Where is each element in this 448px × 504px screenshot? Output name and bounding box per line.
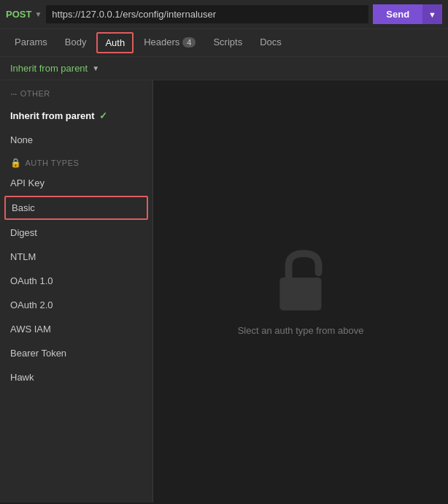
aws-iam-label: AWS IAM [10,324,51,335]
tab-auth[interactable]: Auth [96,32,134,53]
auth-header-chevron-icon: ▼ [92,64,99,72]
other-label: OTHER [20,89,50,98]
basic-label: Basic [12,202,35,213]
send-chevron-button[interactable]: ▼ [422,4,442,24]
method-label: POST [6,9,31,20]
tab-headers[interactable]: Headers4 [135,30,204,56]
sidebar-item-basic[interactable]: Basic [4,196,148,220]
sidebar-item-oauth2[interactable]: OAuth 2.0 [0,293,152,317]
send-btn-group: Send ▼ [373,4,442,24]
check-icon: ✓ [99,110,107,121]
hawk-label: Hawk [10,372,34,383]
bearer-label: Bearer Token [10,348,66,359]
tab-scripts[interactable]: Scripts [204,30,251,56]
top-bar: POST ▼ Send ▼ [0,0,448,29]
sidebar-item-api-key[interactable]: API Key [0,171,152,195]
select-auth-text: S [238,325,244,336]
lock-icon: 🔒 [10,158,22,168]
oauth1-label: OAuth 1.0 [10,275,53,286]
auth-types-label: 🔒 AUTH TYPES [0,152,152,171]
tab-body[interactable]: Body [56,30,96,56]
svg-rect-0 [279,277,321,310]
right-panel-text: Slect an auth type from above [238,325,364,336]
other-section-label: ··· OTHER [0,80,152,104]
url-input[interactable] [46,5,368,23]
sidebar: ··· OTHER Inherit from parent ✓ None 🔒 A… [0,80,153,503]
digest-label: Digest [10,227,37,238]
sidebar-item-hawk[interactable]: Hawk [0,365,152,389]
auth-header-bar: Inherit from parent ▼ [0,57,448,80]
inherit-label: Inherit from parent [10,110,95,121]
sidebar-item-digest[interactable]: Digest [0,221,152,245]
sidebar-item-oauth1[interactable]: OAuth 1.0 [0,269,152,293]
sidebar-item-none[interactable]: None [0,128,152,152]
ntlm-label: NTLM [10,251,36,262]
auth-types-text: AUTH TYPES [26,159,80,167]
tab-headers-label: Headers [144,37,179,47]
method-selector[interactable]: POST ▼ [6,9,42,20]
sidebar-item-aws-iam[interactable]: AWS IAM [0,317,152,341]
none-label: None [10,134,33,145]
oauth2-label: OAuth 2.0 [10,299,53,310]
dots-icon: ··· [10,88,17,99]
api-key-label: API Key [10,177,45,188]
tabs-row: Params Body Auth Headers4 Scripts Docs [0,29,448,57]
sidebar-item-ntlm[interactable]: NTLM [0,245,152,269]
unlock-icon [268,248,333,313]
tab-docs[interactable]: Docs [251,30,290,56]
send-button[interactable]: Send [373,4,422,24]
select-auth-rest: lect an auth type from above [244,325,363,336]
sidebar-item-bearer[interactable]: Bearer Token [0,341,152,365]
auth-type-label: Inherit from parent [10,63,88,74]
auth-type-dropdown[interactable]: Inherit from parent ▼ [10,63,99,74]
tab-params[interactable]: Params [6,30,56,56]
right-panel: Slect an auth type from above [153,80,448,503]
main-content: ··· OTHER Inherit from parent ✓ None 🔒 A… [0,80,448,503]
unlock-icon-container [268,248,333,313]
headers-badge: 4 [182,37,196,47]
sidebar-item-inherit[interactable]: Inherit from parent ✓ [0,104,152,128]
method-chevron-icon: ▼ [34,10,42,18]
